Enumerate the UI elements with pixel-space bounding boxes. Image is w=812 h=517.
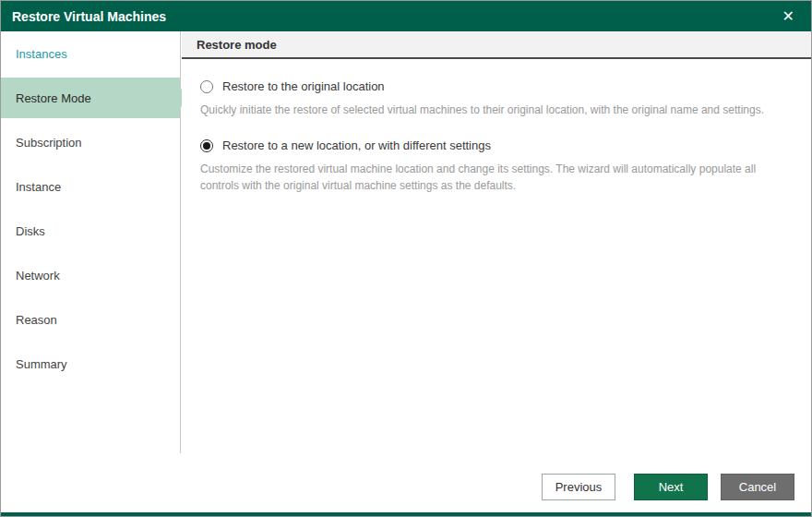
sidebar-item-label: Instances — [16, 47, 67, 61]
sidebar-item-instances[interactable]: Instances — [1, 31, 180, 76]
footer-buttons: Previous Next Cancel — [542, 474, 794, 500]
close-icon[interactable]: ✕ — [777, 7, 800, 26]
sidebar-item-label: Network — [16, 269, 60, 283]
wizard-content-pane: Restore mode Restore to the original loc… — [182, 31, 812, 453]
window-bottom-accent — [1, 512, 811, 516]
window-title: Restore Virtual Machines — [12, 9, 777, 24]
sidebar-item-summary[interactable]: Summary — [1, 342, 180, 386]
sidebar-item-restore-mode[interactable]: Restore Mode — [1, 78, 180, 118]
option-label: Restore to the original location — [222, 79, 385, 93]
page-title: Restore mode — [182, 31, 811, 59]
radio-new-location[interactable]: Restore to a new location, or with diffe… — [200, 138, 794, 152]
sidebar-item-label: Instance — [16, 180, 61, 194]
radio-original-location[interactable]: Restore to the original location — [200, 79, 794, 93]
sidebar-item-label: Summary — [16, 357, 67, 371]
option-original-location: Restore to the original location Quickly… — [200, 79, 794, 118]
sidebar-item-instance[interactable]: Instance — [1, 164, 180, 209]
sidebar-item-label: Disks — [16, 224, 45, 238]
sidebar-item-reason[interactable]: Reason — [1, 297, 180, 342]
sidebar-item-label: Reason — [16, 313, 57, 327]
restore-wizard-window: Restore Virtual Machines ✕ Instances Res… — [0, 0, 812, 517]
wizard-steps-sidebar: Instances Restore Mode Subscription Inst… — [1, 31, 181, 453]
wizard-footer: Previous Next Cancel — [1, 453, 811, 514]
sidebar-item-label: Subscription — [16, 136, 82, 150]
sidebar-item-disks[interactable]: Disks — [1, 209, 180, 253]
next-button[interactable]: Next — [634, 474, 708, 500]
option-description: Quickly initiate the restore of selected… — [200, 102, 791, 118]
restore-mode-options: Restore to the original location Quickly… — [182, 59, 812, 194]
radio-button-icon[interactable] — [200, 139, 213, 152]
previous-button[interactable]: Previous — [542, 474, 615, 500]
sidebar-item-network[interactable]: Network — [1, 253, 180, 297]
sidebar-item-subscription[interactable]: Subscription — [1, 120, 180, 164]
cancel-button[interactable]: Cancel — [721, 474, 794, 500]
radio-button-icon[interactable] — [200, 80, 213, 93]
option-new-location: Restore to a new location, or with diffe… — [200, 138, 794, 194]
sidebar-item-label: Restore Mode — [16, 91, 91, 105]
option-label: Restore to a new location, or with diffe… — [222, 138, 491, 152]
title-bar: Restore Virtual Machines ✕ — [1, 1, 811, 31]
option-description: Customize the restored virtual machine l… — [200, 162, 791, 194]
